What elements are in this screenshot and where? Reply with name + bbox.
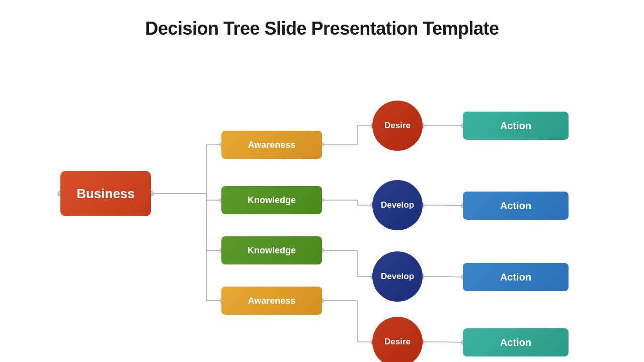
knowledge-top-label: Knowledge — [248, 195, 296, 206]
knowledge-bottom-node: Knowledge — [221, 236, 322, 264]
awareness-top-node: Awareness — [221, 131, 322, 159]
develop-lower-label: Develop — [381, 272, 414, 282]
desire-top-label: Desire — [384, 121, 411, 131]
action-4-box: Action — [463, 328, 569, 356]
action-3-label: Action — [500, 272, 531, 283]
business-node: Business — [60, 171, 151, 216]
slide: Decision Tree Slide Presentation Templat… — [0, 0, 644, 362]
action-3-box: Action — [463, 263, 569, 291]
knowledge-bottom-label: Knowledge — [248, 245, 296, 256]
desire-bottom-label: Desire — [384, 337, 411, 347]
action-2-box: Action — [463, 192, 569, 220]
awareness-bottom-label: Awareness — [248, 296, 296, 306]
action-1-label: Action — [500, 120, 531, 132]
action-2-label: Action — [500, 200, 531, 212]
business-label: Business — [76, 186, 135, 202]
awareness-top-label: Awareness — [248, 140, 296, 150]
diagram: Business Awareness Knowledge Knowledge A… — [0, 55, 644, 362]
awareness-bottom-node: Awareness — [221, 287, 322, 315]
action-1-box: Action — [463, 112, 569, 140]
develop-lower-node: Develop — [372, 251, 423, 302]
knowledge-top-node: Knowledge — [221, 186, 322, 214]
desire-bottom-node: Desire — [372, 317, 423, 362]
develop-mid-node: Develop — [372, 180, 423, 230]
desire-top-node: Desire — [372, 101, 423, 151]
svg-line-28 — [443, 342, 463, 342]
develop-mid-label: Develop — [381, 200, 414, 210]
svg-line-26 — [443, 277, 463, 277]
slide-title: Decision Tree Slide Presentation Templat… — [0, 0, 644, 39]
svg-line-24 — [443, 205, 463, 206]
action-4-label: Action — [500, 337, 531, 348]
